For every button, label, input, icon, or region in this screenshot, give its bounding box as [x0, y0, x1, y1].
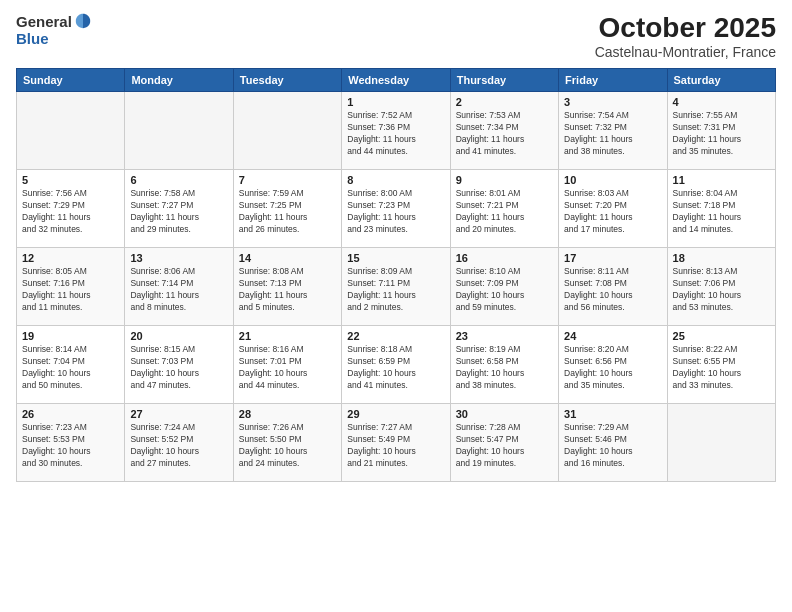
table-row: 15Sunrise: 8:09 AM Sunset: 7:11 PM Dayli… [342, 248, 450, 326]
day-info: Sunrise: 8:16 AM Sunset: 7:01 PM Dayligh… [239, 344, 336, 392]
day-info: Sunrise: 8:09 AM Sunset: 7:11 PM Dayligh… [347, 266, 444, 314]
day-info: Sunrise: 7:56 AM Sunset: 7:29 PM Dayligh… [22, 188, 119, 236]
table-row: 1Sunrise: 7:52 AM Sunset: 7:36 PM Daylig… [342, 92, 450, 170]
day-number: 29 [347, 408, 444, 420]
table-row: 29Sunrise: 7:27 AM Sunset: 5:49 PM Dayli… [342, 404, 450, 482]
table-row: 21Sunrise: 8:16 AM Sunset: 7:01 PM Dayli… [233, 326, 341, 404]
table-row: 19Sunrise: 8:14 AM Sunset: 7:04 PM Dayli… [17, 326, 125, 404]
col-monday: Monday [125, 69, 233, 92]
day-info: Sunrise: 8:08 AM Sunset: 7:13 PM Dayligh… [239, 266, 336, 314]
calendar-week-2: 5Sunrise: 7:56 AM Sunset: 7:29 PM Daylig… [17, 170, 776, 248]
table-row [17, 92, 125, 170]
table-row: 28Sunrise: 7:26 AM Sunset: 5:50 PM Dayli… [233, 404, 341, 482]
day-info: Sunrise: 7:29 AM Sunset: 5:46 PM Dayligh… [564, 422, 661, 470]
col-sunday: Sunday [17, 69, 125, 92]
day-number: 8 [347, 174, 444, 186]
col-friday: Friday [559, 69, 667, 92]
day-number: 20 [130, 330, 227, 342]
day-info: Sunrise: 8:19 AM Sunset: 6:58 PM Dayligh… [456, 344, 553, 392]
table-row: 23Sunrise: 8:19 AM Sunset: 6:58 PM Dayli… [450, 326, 558, 404]
table-row: 7Sunrise: 7:59 AM Sunset: 7:25 PM Daylig… [233, 170, 341, 248]
table-row [667, 404, 775, 482]
table-row: 13Sunrise: 8:06 AM Sunset: 7:14 PM Dayli… [125, 248, 233, 326]
day-number: 21 [239, 330, 336, 342]
day-number: 13 [130, 252, 227, 264]
day-info: Sunrise: 8:00 AM Sunset: 7:23 PM Dayligh… [347, 188, 444, 236]
table-row: 16Sunrise: 8:10 AM Sunset: 7:09 PM Dayli… [450, 248, 558, 326]
day-number: 5 [22, 174, 119, 186]
day-info: Sunrise: 8:13 AM Sunset: 7:06 PM Dayligh… [673, 266, 770, 314]
calendar-week-4: 19Sunrise: 8:14 AM Sunset: 7:04 PM Dayli… [17, 326, 776, 404]
col-tuesday: Tuesday [233, 69, 341, 92]
logo-general-text: General [16, 13, 72, 30]
table-row: 11Sunrise: 8:04 AM Sunset: 7:18 PM Dayli… [667, 170, 775, 248]
col-thursday: Thursday [450, 69, 558, 92]
day-info: Sunrise: 8:11 AM Sunset: 7:08 PM Dayligh… [564, 266, 661, 314]
header: General Blue October 2025 Castelnau-Mont… [16, 12, 776, 60]
title-block: October 2025 Castelnau-Montratier, Franc… [595, 12, 776, 60]
table-row: 20Sunrise: 8:15 AM Sunset: 7:03 PM Dayli… [125, 326, 233, 404]
day-number: 15 [347, 252, 444, 264]
day-number: 19 [22, 330, 119, 342]
day-info: Sunrise: 7:52 AM Sunset: 7:36 PM Dayligh… [347, 110, 444, 158]
day-info: Sunrise: 8:10 AM Sunset: 7:09 PM Dayligh… [456, 266, 553, 314]
day-number: 3 [564, 96, 661, 108]
day-number: 1 [347, 96, 444, 108]
table-row: 4Sunrise: 7:55 AM Sunset: 7:31 PM Daylig… [667, 92, 775, 170]
table-row: 27Sunrise: 7:24 AM Sunset: 5:52 PM Dayli… [125, 404, 233, 482]
day-info: Sunrise: 7:23 AM Sunset: 5:53 PM Dayligh… [22, 422, 119, 470]
col-saturday: Saturday [667, 69, 775, 92]
table-row: 6Sunrise: 7:58 AM Sunset: 7:27 PM Daylig… [125, 170, 233, 248]
logo-icon [74, 12, 92, 30]
day-info: Sunrise: 8:06 AM Sunset: 7:14 PM Dayligh… [130, 266, 227, 314]
page: General Blue October 2025 Castelnau-Mont… [0, 0, 792, 612]
logo-blue-text: Blue [16, 30, 49, 47]
table-row: 30Sunrise: 7:28 AM Sunset: 5:47 PM Dayli… [450, 404, 558, 482]
table-row: 18Sunrise: 8:13 AM Sunset: 7:06 PM Dayli… [667, 248, 775, 326]
day-info: Sunrise: 7:26 AM Sunset: 5:50 PM Dayligh… [239, 422, 336, 470]
day-number: 23 [456, 330, 553, 342]
day-info: Sunrise: 7:24 AM Sunset: 5:52 PM Dayligh… [130, 422, 227, 470]
day-number: 28 [239, 408, 336, 420]
table-row: 17Sunrise: 8:11 AM Sunset: 7:08 PM Dayli… [559, 248, 667, 326]
day-info: Sunrise: 7:55 AM Sunset: 7:31 PM Dayligh… [673, 110, 770, 158]
table-row: 5Sunrise: 7:56 AM Sunset: 7:29 PM Daylig… [17, 170, 125, 248]
calendar-table: Sunday Monday Tuesday Wednesday Thursday… [16, 68, 776, 482]
day-number: 26 [22, 408, 119, 420]
day-number: 17 [564, 252, 661, 264]
day-info: Sunrise: 7:28 AM Sunset: 5:47 PM Dayligh… [456, 422, 553, 470]
day-info: Sunrise: 8:04 AM Sunset: 7:18 PM Dayligh… [673, 188, 770, 236]
calendar-header-row: Sunday Monday Tuesday Wednesday Thursday… [17, 69, 776, 92]
day-number: 10 [564, 174, 661, 186]
day-number: 27 [130, 408, 227, 420]
day-info: Sunrise: 8:05 AM Sunset: 7:16 PM Dayligh… [22, 266, 119, 314]
table-row: 14Sunrise: 8:08 AM Sunset: 7:13 PM Dayli… [233, 248, 341, 326]
day-info: Sunrise: 7:53 AM Sunset: 7:34 PM Dayligh… [456, 110, 553, 158]
table-row: 26Sunrise: 7:23 AM Sunset: 5:53 PM Dayli… [17, 404, 125, 482]
day-info: Sunrise: 8:20 AM Sunset: 6:56 PM Dayligh… [564, 344, 661, 392]
day-number: 30 [456, 408, 553, 420]
day-info: Sunrise: 8:01 AM Sunset: 7:21 PM Dayligh… [456, 188, 553, 236]
location: Castelnau-Montratier, France [595, 44, 776, 60]
day-number: 14 [239, 252, 336, 264]
table-row: 22Sunrise: 8:18 AM Sunset: 6:59 PM Dayli… [342, 326, 450, 404]
table-row [125, 92, 233, 170]
table-row: 2Sunrise: 7:53 AM Sunset: 7:34 PM Daylig… [450, 92, 558, 170]
day-info: Sunrise: 8:15 AM Sunset: 7:03 PM Dayligh… [130, 344, 227, 392]
day-info: Sunrise: 7:54 AM Sunset: 7:32 PM Dayligh… [564, 110, 661, 158]
day-info: Sunrise: 7:59 AM Sunset: 7:25 PM Dayligh… [239, 188, 336, 236]
month-title: October 2025 [595, 12, 776, 44]
day-number: 2 [456, 96, 553, 108]
day-number: 4 [673, 96, 770, 108]
table-row: 25Sunrise: 8:22 AM Sunset: 6:55 PM Dayli… [667, 326, 775, 404]
day-info: Sunrise: 8:18 AM Sunset: 6:59 PM Dayligh… [347, 344, 444, 392]
day-number: 31 [564, 408, 661, 420]
table-row: 10Sunrise: 8:03 AM Sunset: 7:20 PM Dayli… [559, 170, 667, 248]
day-number: 16 [456, 252, 553, 264]
table-row [233, 92, 341, 170]
table-row: 3Sunrise: 7:54 AM Sunset: 7:32 PM Daylig… [559, 92, 667, 170]
calendar-week-3: 12Sunrise: 8:05 AM Sunset: 7:16 PM Dayli… [17, 248, 776, 326]
day-info: Sunrise: 7:58 AM Sunset: 7:27 PM Dayligh… [130, 188, 227, 236]
day-number: 18 [673, 252, 770, 264]
table-row: 12Sunrise: 8:05 AM Sunset: 7:16 PM Dayli… [17, 248, 125, 326]
